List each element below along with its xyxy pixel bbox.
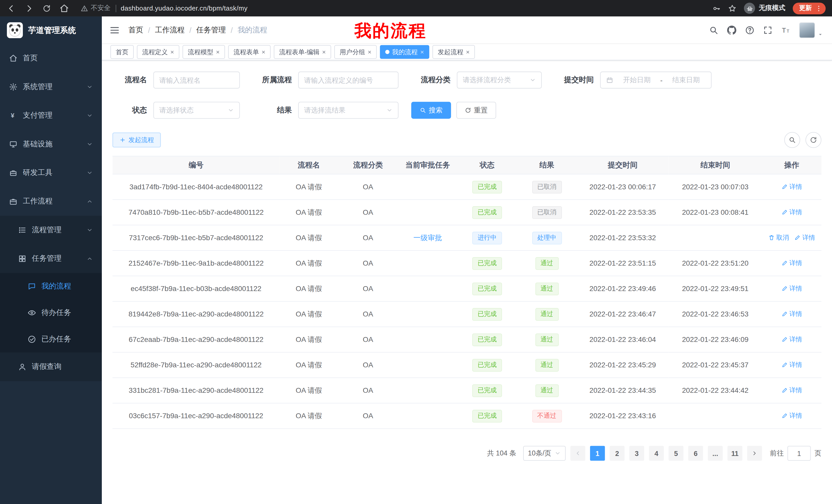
fullscreen-icon[interactable] bbox=[763, 25, 773, 35]
page-button-1[interactable]: 1 bbox=[590, 446, 605, 461]
tab-我的流程[interactable]: 我的流程× bbox=[380, 45, 430, 59]
reload-icon[interactable] bbox=[43, 4, 51, 12]
delete-icon bbox=[768, 234, 775, 241]
detail-action[interactable]: 详情 bbox=[781, 182, 802, 191]
sidebar-item-我的流程[interactable]: 我的流程 bbox=[0, 273, 102, 300]
sidebar-item-支付管理[interactable]: ¥支付管理 bbox=[0, 101, 102, 130]
sidebar-item-研发工具[interactable]: 研发工具 bbox=[0, 159, 102, 187]
close-icon[interactable]: × bbox=[368, 49, 371, 55]
result-select[interactable]: 请选择流结果 bbox=[298, 102, 398, 119]
detail-action[interactable]: 详情 bbox=[781, 360, 802, 369]
tab-发起流程[interactable]: 发起流程× bbox=[433, 45, 475, 59]
sidebar-item-流程管理[interactable]: 流程管理 bbox=[0, 216, 102, 244]
key-icon[interactable] bbox=[712, 4, 721, 12]
status-select[interactable]: 请选择状态 bbox=[153, 102, 240, 119]
page-button-6[interactable]: 6 bbox=[688, 446, 703, 461]
reset-button[interactable]: 重置 bbox=[457, 102, 496, 119]
cell-id: 7470a810-7b9b-11ec-b5b7-acde48001122 bbox=[113, 200, 280, 225]
close-icon[interactable]: × bbox=[262, 49, 265, 55]
tab-用户分组[interactable]: 用户分组× bbox=[334, 45, 377, 59]
cell-actions: 详情 bbox=[762, 276, 822, 301]
sidebar-item-请假查询[interactable]: 请假查询 bbox=[0, 353, 102, 381]
page-goto-input[interactable] bbox=[787, 446, 811, 461]
detail-action[interactable]: 详情 bbox=[781, 284, 802, 293]
toggle-search-button[interactable] bbox=[784, 132, 800, 148]
detail-action[interactable]: 详情 bbox=[781, 335, 802, 344]
current-task-link[interactable]: 一级审批 bbox=[413, 233, 442, 242]
refresh-table-button[interactable] bbox=[806, 132, 822, 148]
close-icon[interactable]: × bbox=[216, 49, 219, 55]
page-button-11[interactable]: 11 bbox=[727, 446, 742, 461]
close-icon[interactable]: × bbox=[322, 49, 326, 55]
tab-流程定义[interactable]: 流程定义× bbox=[137, 45, 179, 59]
sidebar-item-已办任务[interactable]: 已办任务 bbox=[0, 326, 102, 353]
breadcrumb-item[interactable]: 首页 bbox=[128, 25, 143, 35]
user-menu[interactable] bbox=[799, 22, 824, 38]
browser-home-icon[interactable] bbox=[59, 3, 69, 13]
forward-icon[interactable] bbox=[24, 3, 34, 13]
detail-action[interactable]: 详情 bbox=[781, 207, 802, 217]
close-icon[interactable]: × bbox=[170, 49, 174, 55]
prev-page-button[interactable] bbox=[571, 446, 586, 461]
address-bar[interactable]: 不安全 dashboard.yudao.iocoder.cn/bpm/task/… bbox=[81, 4, 248, 12]
sidebar-item-label: 已办任务 bbox=[42, 334, 71, 344]
tab-流程模型[interactable]: 流程模型× bbox=[183, 45, 225, 59]
tab-首页[interactable]: 首页 bbox=[110, 45, 134, 59]
page-button-3[interactable]: 3 bbox=[629, 446, 644, 461]
breadcrumb-item[interactable]: 任务管理 bbox=[196, 25, 226, 35]
sidebar-item-任务管理[interactable]: 任务管理 bbox=[0, 244, 102, 273]
page-ellipsis[interactable]: ... bbox=[708, 446, 723, 461]
font-size-icon[interactable]: TT bbox=[781, 25, 790, 35]
process-def-field[interactable] bbox=[304, 76, 393, 84]
url-text[interactable]: dashboard.yudao.iocoder.cn/bpm/task/my bbox=[121, 5, 248, 12]
page-button-2[interactable]: 2 bbox=[609, 446, 625, 461]
bookmark-star-icon[interactable] bbox=[728, 4, 737, 12]
page-size-select[interactable]: 10条/页 bbox=[523, 446, 566, 461]
security-warning[interactable]: 不安全 bbox=[81, 4, 111, 12]
category-select[interactable]: 请选择流程分类 bbox=[457, 72, 542, 89]
tab-流程表单-编辑[interactable]: 流程表单-编辑× bbox=[274, 45, 331, 59]
process-name-input[interactable] bbox=[153, 72, 240, 89]
back-icon[interactable] bbox=[6, 3, 16, 13]
search-button[interactable]: 搜索 bbox=[411, 102, 451, 119]
sidebar-toggle-icon[interactable] bbox=[109, 25, 120, 35]
page-button-4[interactable]: 4 bbox=[649, 446, 664, 461]
detail-action[interactable]: 详情 bbox=[781, 259, 802, 268]
update-button[interactable]: 更新 bbox=[793, 2, 826, 14]
cancel-action[interactable]: 取消 bbox=[768, 233, 789, 242]
sidebar-item-基础设施[interactable]: 基础设施 bbox=[0, 130, 102, 159]
help-icon[interactable] bbox=[745, 25, 755, 35]
header-search-icon[interactable] bbox=[709, 25, 718, 35]
create-process-button[interactable]: 发起流程 bbox=[113, 133, 161, 147]
cell-actions: 详情 bbox=[762, 301, 822, 327]
detail-action[interactable]: 详情 bbox=[781, 386, 802, 395]
close-icon[interactable]: × bbox=[466, 49, 469, 55]
detail-action[interactable]: 详情 bbox=[781, 411, 802, 420]
cell-status: 进行中 bbox=[458, 225, 517, 250]
result-placeholder: 请选择流结果 bbox=[304, 106, 345, 115]
sidebar-item-系统管理[interactable]: 系统管理 bbox=[0, 73, 102, 101]
cell-current-task bbox=[398, 377, 458, 403]
process-def-input[interactable] bbox=[298, 72, 398, 89]
next-page-button[interactable] bbox=[747, 446, 762, 461]
submit-time-range-picker[interactable]: 开始日期 - 结束日期 bbox=[600, 72, 711, 89]
svg-text:T: T bbox=[787, 29, 789, 33]
tab-流程表单[interactable]: 流程表单× bbox=[228, 45, 270, 59]
sidebar-item-工作流程[interactable]: 工作流程 bbox=[0, 187, 102, 216]
sidebar-item-label: 待办任务 bbox=[42, 308, 71, 317]
cell-end-time: 2022-01-23 00:08:41 bbox=[669, 200, 762, 225]
app-logo[interactable]: 芋道管理系统 bbox=[0, 17, 102, 44]
avatar[interactable] bbox=[799, 22, 815, 38]
browser-menu-icon[interactable] bbox=[815, 5, 823, 12]
sidebar-item-待办任务[interactable]: 待办任务 bbox=[0, 300, 102, 326]
breadcrumb-item[interactable]: 工作流程 bbox=[155, 25, 185, 35]
sidebar-item-首页[interactable]: 首页 bbox=[0, 44, 102, 73]
github-icon[interactable] bbox=[727, 25, 736, 35]
detail-action[interactable]: 详情 bbox=[795, 233, 815, 242]
detail-action[interactable]: 详情 bbox=[781, 310, 802, 318]
close-icon[interactable]: × bbox=[420, 49, 424, 55]
page-button-5[interactable]: 5 bbox=[669, 446, 683, 461]
total-count: 共 104 条 bbox=[487, 449, 516, 458]
process-name-field[interactable] bbox=[159, 76, 234, 84]
update-label: 更新 bbox=[799, 4, 812, 12]
